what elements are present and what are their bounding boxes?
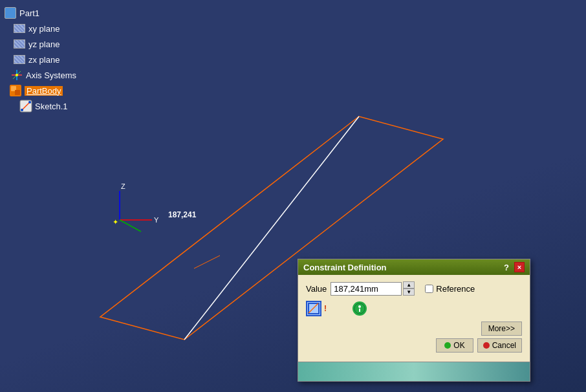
- element-marker: !: [324, 304, 327, 313]
- tree-item-label: Sketch.1: [35, 102, 68, 111]
- icons-row: !: [306, 301, 522, 316]
- cancel-label: Cancel: [492, 341, 516, 350]
- value-spinner: ▲ ▼: [403, 281, 415, 296]
- svg-text:Z: Z: [121, 182, 125, 190]
- value-label: Value: [306, 284, 327, 294]
- svg-line-8: [194, 256, 220, 268]
- dialog-title-buttons: ? ×: [501, 262, 525, 272]
- dimension-label: 187,241: [168, 210, 196, 219]
- sketch-icon: [19, 100, 32, 113]
- constraint-status-icon: [353, 301, 367, 316]
- svg-point-23: [358, 305, 361, 308]
- spinner-up[interactable]: ▲: [403, 281, 415, 289]
- plane-icon: [13, 22, 26, 35]
- tree-item-sketch1[interactable]: Sketch.1: [0, 98, 129, 114]
- plane-icon: [13, 38, 26, 50]
- reference-container: Reference: [425, 284, 475, 294]
- dialog-body: Value ▲ ▼ Reference !: [298, 275, 530, 362]
- dialog-titlebar: Constraint Definition ? ×: [298, 259, 530, 275]
- tree-item-zx-plane[interactable]: zx plane: [0, 52, 129, 67]
- svg-text:Y: Y: [154, 216, 159, 224]
- svg-line-4: [120, 220, 141, 232]
- sketch-element-icon: [306, 301, 321, 316]
- axis-icon: [10, 69, 23, 82]
- ok-cancel-row: OK Cancel: [306, 338, 522, 353]
- spinner-down[interactable]: ▼: [403, 289, 415, 296]
- svg-rect-15: [15, 90, 20, 95]
- svg-point-12: [16, 74, 18, 76]
- tree-item-yz-plane[interactable]: yz plane: [0, 36, 129, 52]
- partbody-icon: [9, 84, 22, 97]
- tree-item-label: xy plane: [28, 24, 60, 34]
- constraint-dialog: Constraint Definition ? × Value ▲ ▼ Refe…: [298, 259, 530, 382]
- value-input[interactable]: [331, 282, 402, 296]
- svg-point-18: [21, 109, 23, 111]
- cancel-button[interactable]: Cancel: [477, 338, 522, 353]
- tree-item-partbody[interactable]: PartBody: [0, 83, 129, 98]
- cancel-dot: [483, 342, 490, 349]
- reference-label: Reference: [436, 284, 475, 294]
- tree-item-label: yz plane: [28, 39, 60, 49]
- tree-item-label: PartBody: [25, 86, 63, 96]
- tree-panel: Part1 xy plane yz plane zx plane: [0, 0, 129, 119]
- svg-point-19: [28, 101, 31, 103]
- tree-item-label: Axis Systems: [26, 71, 76, 80]
- tree-item-part1[interactable]: Part1: [0, 5, 129, 21]
- dialog-close-button[interactable]: ×: [514, 262, 525, 272]
- tree-item-label: Part1: [19, 8, 39, 18]
- tree-item-axis-systems[interactable]: Axis Systems: [0, 67, 129, 83]
- ok-dot: [444, 342, 451, 349]
- dialog-title: Constraint Definition: [303, 263, 387, 272]
- dialog-help-button[interactable]: ?: [501, 263, 512, 272]
- tree-item-xy-plane[interactable]: xy plane: [0, 21, 129, 36]
- reference-checkbox[interactable]: [425, 285, 433, 293]
- tree-item-label: zx plane: [28, 55, 60, 65]
- svg-rect-24: [359, 309, 360, 312]
- more-button[interactable]: More>>: [481, 321, 522, 336]
- value-row: Value ▲ ▼ Reference: [306, 281, 522, 296]
- ok-button[interactable]: OK: [436, 338, 473, 353]
- dialog-bottom-gradient: [298, 362, 530, 381]
- svg-text:✦: ✦: [113, 218, 118, 226]
- part-icon: [4, 6, 17, 19]
- ok-label: OK: [453, 341, 464, 350]
- more-actions: More>>: [306, 321, 522, 336]
- plane-icon: [13, 53, 26, 66]
